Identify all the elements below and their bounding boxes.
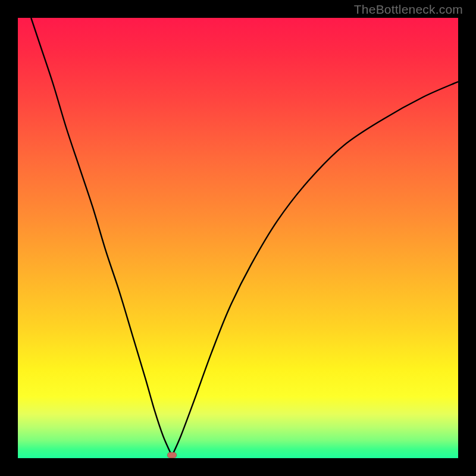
minimum-marker <box>167 452 177 458</box>
curve-left-branch <box>31 18 172 456</box>
bottleneck-curve <box>18 18 458 458</box>
plot-area <box>18 18 458 458</box>
chart-frame: TheBottleneck.com <box>0 0 476 476</box>
watermark-text: TheBottleneck.com <box>354 2 463 17</box>
curve-right-branch <box>172 82 458 456</box>
